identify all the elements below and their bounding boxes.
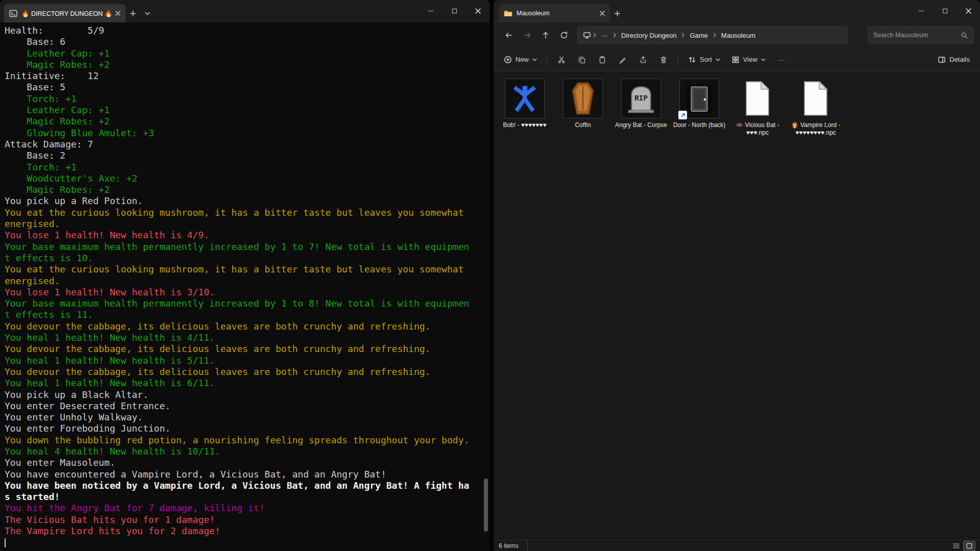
explorer-tab[interactable]: Mausoleum (499, 4, 610, 22)
delete-button[interactable] (654, 51, 673, 68)
file-thumbnail (563, 79, 603, 118)
terminal-line: You hit the Angry Bat for 7 damage, kill… (5, 503, 484, 514)
toolbar-divider (547, 54, 547, 65)
terminal-line: Glowing Blue Amulet: +3 (5, 128, 484, 139)
file-name: Door - North (back) (673, 121, 726, 129)
terminal-icon (9, 10, 17, 17)
terminal-line: You enter Unholy Walkway. (5, 412, 484, 423)
breadcrumb-item[interactable]: Game (687, 30, 710, 41)
refresh-button[interactable] (555, 27, 573, 44)
terminal-tab[interactable]: 🔥 DIRECTORY DUNGEON 🔥 (4, 4, 126, 22)
sort-button[interactable]: Sort (683, 52, 725, 67)
item-count: 6 items (499, 542, 519, 549)
terminal-line: Magic Robes: +2 (5, 116, 484, 127)
chevron-right-icon (680, 32, 685, 38)
document-icon (744, 81, 771, 116)
terminal-line: The Vampire Lord hits you for 2 damage! (5, 525, 484, 537)
terminal-line: You heal 1 health! New health is 5/11. (5, 355, 484, 366)
explorer-window: Mausoleum (494, 0, 980, 551)
refresh-icon (560, 31, 568, 39)
tab-close-icon[interactable] (115, 11, 120, 16)
terminal-titlebar: 🔥 DIRECTORY DUNGEON 🔥 (0, 0, 489, 22)
terminal-line: You eat the curious looking mushroom, it… (5, 207, 484, 218)
maximize-button[interactable] (933, 0, 957, 21)
explorer-statusbar: 6 items (494, 540, 980, 551)
file-item[interactable]: Coffin (554, 76, 612, 132)
forward-button[interactable] (518, 27, 536, 44)
close-button[interactable] (466, 0, 489, 21)
terminal-line: Magic Robes: +2 (5, 184, 484, 195)
terminal-line: You have been noticed by a Vampire Lord,… (5, 480, 484, 491)
file-name: Bob! - ♥♥♥♥♥♥♥ (503, 121, 546, 129)
back-button[interactable] (500, 27, 518, 44)
up-arrow-icon (542, 31, 550, 39)
terminal-line: Your base maximum health permanently inc… (5, 298, 484, 309)
explorer-tab-title: Mausoleum (517, 10, 596, 17)
icons-view-toggle[interactable] (964, 541, 975, 550)
tab-dropdown-button[interactable] (140, 4, 155, 22)
close-icon (475, 8, 481, 14)
paste-button[interactable] (593, 51, 612, 68)
file-item[interactable]: RIP Angry Bat - Corpse (612, 76, 670, 132)
forward-arrow-icon (523, 31, 531, 39)
maximize-button[interactable] (443, 0, 466, 21)
file-thumbnail: RIP (621, 79, 661, 118)
new-button[interactable]: New (499, 52, 542, 67)
cut-button[interactable] (552, 51, 571, 68)
file-name: 🧛 Vampire Lord - ♥♥♥♥♥♥♥♥.npc (788, 121, 844, 137)
explorer-navbar: ··· Directory Dungeon Game Mausoleum (494, 22, 980, 48)
view-toggles (950, 541, 975, 550)
terminal-line: You have encountered a Vampire Lord, a V… (5, 469, 484, 480)
more-button[interactable]: ··· (772, 51, 791, 68)
terminal-line: You enter Mausoleum. (5, 457, 484, 468)
terminal-cursor (5, 538, 6, 547)
explorer-window-controls (910, 0, 980, 21)
search-input[interactable] (873, 32, 961, 39)
breadcrumb-item[interactable]: Directory Dungeon (618, 30, 679, 41)
chevron-down-icon (716, 58, 720, 61)
terminal-line: Health: 5/9 (5, 25, 484, 36)
terminal-line: You down the bubbling red potion, a nour… (5, 435, 484, 446)
minimize-button[interactable] (910, 0, 933, 21)
terminal-line: You heal 1 health! New health is 4/11. (5, 332, 484, 343)
view-button[interactable]: View (726, 52, 771, 67)
up-button[interactable] (536, 27, 555, 44)
minimize-button[interactable] (419, 0, 443, 21)
rename-button[interactable] (613, 51, 632, 68)
file-item[interactable]: 🧛 Vampire Lord - ♥♥♥♥♥♥♥♥.npc (787, 76, 845, 140)
terminal-line: Woodcutter's Axe: +2 (5, 173, 484, 184)
sort-icon (688, 56, 696, 64)
terminal-line: energised. (5, 276, 484, 287)
terminal-line: t effects is 10. (5, 253, 484, 264)
details-view-toggle[interactable] (950, 541, 962, 550)
close-button[interactable] (957, 0, 980, 21)
share-button[interactable] (633, 51, 653, 68)
file-item[interactable]: Bob! - ♥♥♥♥♥♥♥ (496, 76, 554, 132)
details-button[interactable]: Details (933, 52, 975, 67)
list-view-icon (953, 543, 960, 549)
copy-icon (578, 56, 586, 64)
new-tab-button[interactable] (610, 4, 625, 22)
tab-close-icon[interactable] (600, 11, 605, 16)
file-grid: Bob! - ♥♥♥♥♥♥♥ Coffin RIP Angry Bat - Co… (496, 76, 978, 140)
terminal-line: energised. (5, 218, 484, 230)
file-name: Coffin (575, 121, 591, 129)
search-icon (961, 32, 968, 39)
terminal-scrollbar[interactable] (484, 479, 488, 532)
breadcrumb-overflow[interactable]: ··· (598, 30, 611, 41)
file-thumbnail (738, 79, 777, 118)
file-item[interactable]: Door - North (back) (670, 76, 728, 132)
copy-button[interactable] (572, 51, 592, 68)
minimize-icon (919, 11, 924, 11)
terminal-output: Health: 5/9 Base: 6 Leather Cap: +1 Magi… (0, 22, 489, 548)
breadcrumb-item[interactable]: Mausoleum (718, 30, 758, 41)
file-item[interactable]: 🦇 Vicious Bat - ♥♥♥.npc (728, 76, 787, 140)
new-tab-button[interactable] (126, 4, 140, 22)
terminal-line: Your base maximum health permanently inc… (5, 241, 484, 253)
person-icon (510, 84, 539, 113)
search-box (868, 27, 974, 44)
terminal-line: Attack Damage: 7 (5, 139, 484, 150)
file-name: Angry Bat - Corpse (615, 121, 667, 129)
explorer-toolbar: New (494, 48, 980, 71)
close-icon (966, 8, 971, 14)
